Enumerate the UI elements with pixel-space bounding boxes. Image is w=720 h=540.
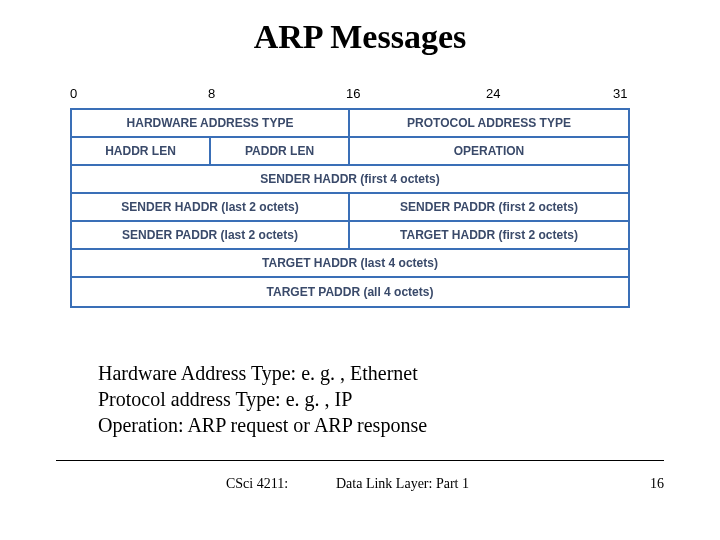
protocol-address-type-field: PROTOCOL ADDRESS TYPE [350,110,628,136]
footer-page: 16 [650,476,664,492]
bit-tick-16: 16 [346,86,360,101]
hardware-address-type-field: HARDWARE ADDRESS TYPE [72,110,350,136]
sender-haddr-last2-field: SENDER HADDR (last 2 octets) [72,194,350,220]
packet-frame: HARDWARE ADDRESS TYPE PROTOCOL ADDRESS T… [70,108,630,308]
bit-tick-24: 24 [486,86,500,101]
packet-row-3: SENDER HADDR (first 4 octets) [72,166,628,194]
body-line-2: Protocol address Type: e. g. , IP [98,386,427,412]
bit-ruler: 0 8 16 24 31 [70,86,630,108]
operation-field: OPERATION [350,138,628,164]
target-haddr-first2-field: TARGET HADDR (first 2 octets) [350,222,628,248]
packet-row-5: SENDER PADDR (last 2 octets) TARGET HADD… [72,222,628,250]
slide: ARP Messages 0 8 16 24 31 HARDWARE ADDRE… [0,0,720,540]
bit-tick-31: 31 [613,86,627,101]
footer-topic: Data Link Layer: Part 1 [336,476,469,492]
paddr-len-field: PADDR LEN [211,138,350,164]
footer-divider [56,460,664,461]
body-line-3: Operation: ARP request or ARP response [98,412,427,438]
footer-course: CSci 4211: [226,476,288,492]
packet-row-4: SENDER HADDR (last 2 octets) SENDER PADD… [72,194,628,222]
body-line-1: Hardware Address Type: e. g. , Ethernet [98,360,427,386]
slide-footer: CSci 4211: Data Link Layer: Part 1 16 [56,476,664,500]
arp-message-diagram: 0 8 16 24 31 HARDWARE ADDRESS TYPE PROTO… [70,86,630,308]
target-haddr-last4-field: TARGET HADDR (last 4 octets) [72,250,628,276]
bit-tick-8: 8 [208,86,215,101]
bit-tick-0: 0 [70,86,77,101]
haddr-len-field: HADDR LEN [72,138,211,164]
sender-haddr-first4-field: SENDER HADDR (first 4 octets) [72,166,628,192]
target-paddr-all4-field: TARGET PADDR (all 4 octets) [72,278,628,306]
packet-row-2: HADDR LEN PADDR LEN OPERATION [72,138,628,166]
body-text: Hardware Address Type: e. g. , Ethernet … [98,360,427,438]
sender-paddr-first2-field: SENDER PADDR (first 2 octets) [350,194,628,220]
packet-row-7: TARGET PADDR (all 4 octets) [72,278,628,306]
slide-title: ARP Messages [0,0,720,56]
packet-row-1: HARDWARE ADDRESS TYPE PROTOCOL ADDRESS T… [72,110,628,138]
sender-paddr-last2-field: SENDER PADDR (last 2 octets) [72,222,350,248]
packet-row-6: TARGET HADDR (last 4 octets) [72,250,628,278]
